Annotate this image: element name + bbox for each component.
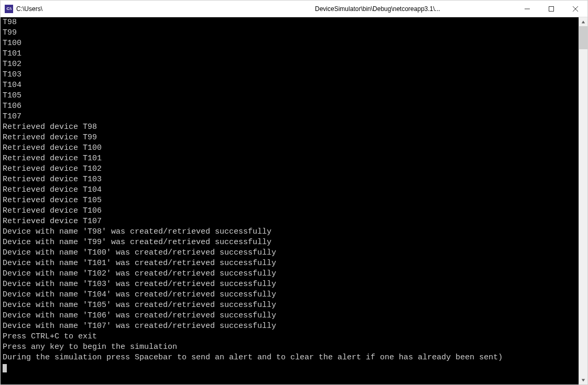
console-line: T99 <box>3 28 576 38</box>
console-line: Retrieved device T100 <box>3 143 576 153</box>
minimize-icon <box>525 6 530 12</box>
console-line: Device with name 'T99' was created/retri… <box>3 237 576 248</box>
minimize-button[interactable] <box>515 1 539 17</box>
scrollbar-up-button[interactable] <box>579 17 587 26</box>
chevron-down-icon <box>581 378 585 382</box>
console-line: Device with name 'T98' was created/retri… <box>3 227 576 237</box>
app-icon: C:\ <box>5 5 13 13</box>
chevron-up-icon <box>581 20 585 24</box>
console-line: Device with name 'T106' was created/retr… <box>3 311 576 321</box>
title-prefix: C:\Users\ <box>16 5 42 13</box>
title-suffix: DeviceSimulator\bin\Debug\netcoreapp3.1\… <box>315 5 440 13</box>
console-line: Retrieved device T107 <box>3 216 576 227</box>
console-line: Retrieved device T98 <box>3 122 576 133</box>
console-line: Device with name 'T103' was created/retr… <box>3 279 576 290</box>
console-line: T101 <box>3 49 576 59</box>
console-line: Device with name 'T107' was created/retr… <box>3 321 576 332</box>
console-line: Retrieved device T106 <box>3 206 576 216</box>
console-line: T105 <box>3 91 576 101</box>
title-bar[interactable]: C:\ C:\Users\DeviceSimulator\bin\Debug\n… <box>1 1 587 17</box>
maximize-icon <box>549 6 554 12</box>
console-line: Device with name 'T102' was created/retr… <box>3 269 576 279</box>
console-line: Retrieved device T104 <box>3 185 576 195</box>
console-line: Retrieved device T105 <box>3 195 576 206</box>
vertical-scrollbar[interactable] <box>579 17 587 384</box>
console-line: T104 <box>3 80 576 91</box>
console-line: Press CTRL+C to exit <box>3 332 576 342</box>
svg-marker-4 <box>582 20 585 23</box>
scrollbar-track[interactable] <box>579 26 587 376</box>
console-line: Device with name 'T101' was created/retr… <box>3 258 576 269</box>
console-line: Device with name 'T100' was created/retr… <box>3 248 576 258</box>
console-line: Press any key to begin the simulation <box>3 342 576 353</box>
scrollbar-thumb[interactable] <box>579 26 587 49</box>
svg-marker-5 <box>582 379 585 381</box>
console-line: T102 <box>3 59 576 70</box>
window-frame: C:\ C:\Users\DeviceSimulator\bin\Debug\n… <box>0 0 588 385</box>
console-cursor <box>3 364 7 372</box>
svg-rect-1 <box>549 6 554 11</box>
scrollbar-down-button[interactable] <box>579 376 587 384</box>
console-line: Device with name 'T105' was created/retr… <box>3 300 576 311</box>
window-title: C:\Users\DeviceSimulator\bin\Debug\netco… <box>16 5 515 13</box>
maximize-button[interactable] <box>539 1 563 17</box>
console-line: Retrieved device T103 <box>3 174 576 185</box>
content-area: T98T99T100T101T102T103T104T105T106T107Re… <box>1 17 587 384</box>
console-line: Retrieved device T102 <box>3 164 576 174</box>
close-icon <box>573 6 578 12</box>
close-button[interactable] <box>563 1 587 17</box>
console-line: During the simulation press Spacebar to … <box>3 353 576 363</box>
console-line: T100 <box>3 38 576 49</box>
console-line: Device with name 'T104' was created/retr… <box>3 290 576 300</box>
console-line: T106 <box>3 101 576 112</box>
console-line: Retrieved device T99 <box>3 133 576 143</box>
console-line: Retrieved device T101 <box>3 153 576 164</box>
console-output[interactable]: T98T99T100T101T102T103T104T105T106T107Re… <box>1 17 579 384</box>
console-line: T103 <box>3 70 576 80</box>
console-line: T98 <box>3 17 576 28</box>
console-line: T107 <box>3 112 576 122</box>
